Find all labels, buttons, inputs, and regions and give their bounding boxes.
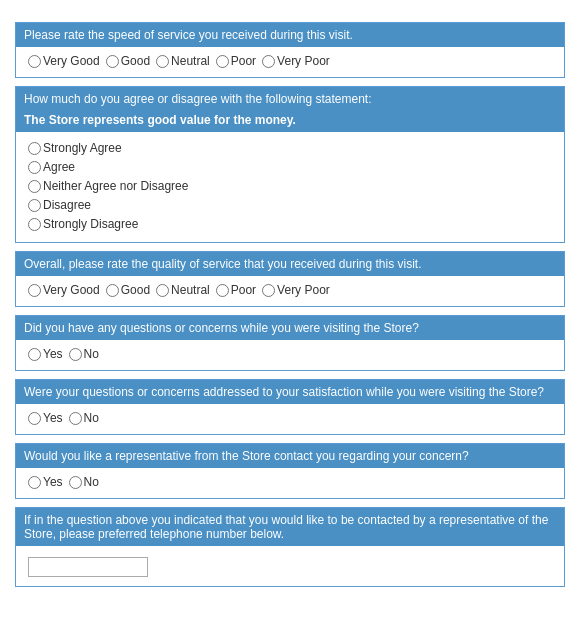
radio-label-quality-2: Neutral xyxy=(171,283,210,297)
radio-option-agree-4[interactable]: Strongly Disagree xyxy=(28,217,552,231)
section-body-addressed: YesNo xyxy=(16,404,564,434)
section-body-speed: Very GoodGoodNeutralPoorVery Poor xyxy=(16,47,564,77)
radio-label-quality-3: Poor xyxy=(231,283,256,297)
section-addressed: Were your questions or concerns addresse… xyxy=(15,379,565,435)
section-body-agree: Strongly AgreeAgreeNeither Agree nor Dis… xyxy=(16,132,564,242)
section-header-quality: Overall, please rate the quality of serv… xyxy=(16,252,564,276)
radio-input-quality-1[interactable] xyxy=(106,284,119,297)
radio-label-speed-4: Very Poor xyxy=(277,54,330,68)
radio-input-agree-3[interactable] xyxy=(28,199,41,212)
radio-input-quality-2[interactable] xyxy=(156,284,169,297)
radio-input-quality-4[interactable] xyxy=(262,284,275,297)
radio-option-questions-1[interactable]: No xyxy=(69,347,99,361)
radio-label-agree-1: Agree xyxy=(43,160,75,174)
section-phone: If in the question above you indicated t… xyxy=(15,507,565,587)
section-questions: Did you have any questions or concerns w… xyxy=(15,315,565,371)
section-agree: How much do you agree or disagree with t… xyxy=(15,86,565,243)
radio-input-contact-0[interactable] xyxy=(28,476,41,489)
section-contact: Would you like a representative from the… xyxy=(15,443,565,499)
radio-input-agree-1[interactable] xyxy=(28,161,41,174)
radio-option-addressed-0[interactable]: Yes xyxy=(28,411,63,425)
section-header-contact: Would you like a representative from the… xyxy=(16,444,564,468)
section-speed: Please rate the speed of service you rec… xyxy=(15,22,565,78)
section-header-phone: If in the question above you indicated t… xyxy=(16,508,564,546)
radio-label-speed-2: Neutral xyxy=(171,54,210,68)
section-body-contact: YesNo xyxy=(16,468,564,498)
radio-label-contact-0: Yes xyxy=(43,475,63,489)
radio-label-contact-1: No xyxy=(84,475,99,489)
radio-option-quality-4[interactable]: Very Poor xyxy=(262,283,330,297)
radio-option-addressed-1[interactable]: No xyxy=(69,411,99,425)
radio-input-agree-4[interactable] xyxy=(28,218,41,231)
radio-input-addressed-1[interactable] xyxy=(69,412,82,425)
radio-label-agree-3: Disagree xyxy=(43,198,91,212)
radio-label-agree-2: Neither Agree nor Disagree xyxy=(43,179,188,193)
section-quality: Overall, please rate the quality of serv… xyxy=(15,251,565,307)
radio-label-addressed-0: Yes xyxy=(43,411,63,425)
phone-number-input[interactable] xyxy=(28,557,148,577)
section-header-speed: Please rate the speed of service you rec… xyxy=(16,23,564,47)
radio-input-agree-2[interactable] xyxy=(28,180,41,193)
radio-option-speed-0[interactable]: Very Good xyxy=(28,54,100,68)
radio-label-agree-0: Strongly Agree xyxy=(43,141,122,155)
radio-input-contact-1[interactable] xyxy=(69,476,82,489)
section-header-questions: Did you have any questions or concerns w… xyxy=(16,316,564,340)
section-body-quality: Very GoodGoodNeutralPoorVery Poor xyxy=(16,276,564,306)
radio-option-quality-1[interactable]: Good xyxy=(106,283,150,297)
radio-input-speed-0[interactable] xyxy=(28,55,41,68)
section-body-phone xyxy=(16,546,564,586)
radio-input-speed-3[interactable] xyxy=(216,55,229,68)
radio-option-questions-0[interactable]: Yes xyxy=(28,347,63,361)
radio-option-quality-3[interactable]: Poor xyxy=(216,283,256,297)
radio-input-speed-2[interactable] xyxy=(156,55,169,68)
section-subheader-agree: The Store represents good value for the … xyxy=(16,111,564,132)
radio-option-agree-1[interactable]: Agree xyxy=(28,160,552,174)
radio-option-agree-2[interactable]: Neither Agree nor Disagree xyxy=(28,179,552,193)
section-header-agree: How much do you agree or disagree with t… xyxy=(16,87,564,111)
radio-option-quality-2[interactable]: Neutral xyxy=(156,283,210,297)
radio-label-quality-0: Very Good xyxy=(43,283,100,297)
radio-label-questions-1: No xyxy=(84,347,99,361)
radio-label-quality-4: Very Poor xyxy=(277,283,330,297)
radio-input-questions-1[interactable] xyxy=(69,348,82,361)
section-header-addressed: Were your questions or concerns addresse… xyxy=(16,380,564,404)
radio-option-contact-1[interactable]: No xyxy=(69,475,99,489)
radio-label-quality-1: Good xyxy=(121,283,150,297)
radio-option-contact-0[interactable]: Yes xyxy=(28,475,63,489)
radio-option-speed-1[interactable]: Good xyxy=(106,54,150,68)
radio-option-speed-3[interactable]: Poor xyxy=(216,54,256,68)
radio-input-quality-3[interactable] xyxy=(216,284,229,297)
radio-option-speed-4[interactable]: Very Poor xyxy=(262,54,330,68)
radio-option-agree-3[interactable]: Disagree xyxy=(28,198,552,212)
radio-label-agree-4: Strongly Disagree xyxy=(43,217,138,231)
radio-input-quality-0[interactable] xyxy=(28,284,41,297)
radio-label-speed-3: Poor xyxy=(231,54,256,68)
radio-label-addressed-1: No xyxy=(84,411,99,425)
radio-input-speed-1[interactable] xyxy=(106,55,119,68)
section-body-questions: YesNo xyxy=(16,340,564,370)
radio-input-addressed-0[interactable] xyxy=(28,412,41,425)
radio-label-questions-0: Yes xyxy=(43,347,63,361)
radio-input-questions-0[interactable] xyxy=(28,348,41,361)
radio-input-agree-0[interactable] xyxy=(28,142,41,155)
radio-input-speed-4[interactable] xyxy=(262,55,275,68)
radio-label-speed-0: Very Good xyxy=(43,54,100,68)
radio-option-agree-0[interactable]: Strongly Agree xyxy=(28,141,552,155)
radio-option-speed-2[interactable]: Neutral xyxy=(156,54,210,68)
radio-option-quality-0[interactable]: Very Good xyxy=(28,283,100,297)
radio-label-speed-1: Good xyxy=(121,54,150,68)
